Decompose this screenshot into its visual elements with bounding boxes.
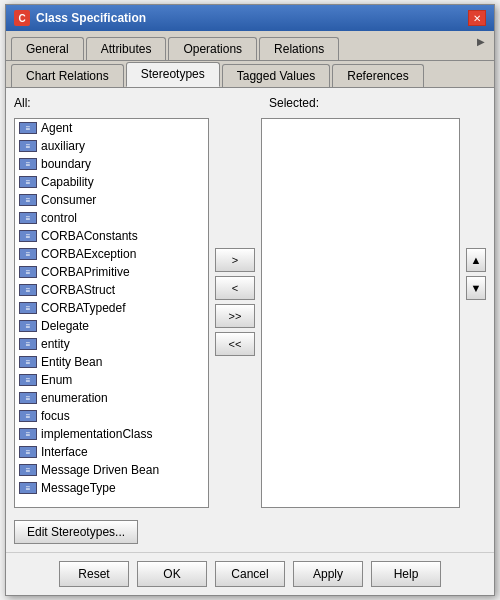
selected-list[interactable] (261, 118, 460, 508)
edit-stereotypes-button[interactable]: Edit Stereotypes... (14, 520, 138, 544)
item-icon: ≡ (19, 212, 37, 224)
move-left-button[interactable]: < (215, 276, 255, 300)
item-icon: ≡ (19, 194, 37, 206)
item-icon: ≡ (19, 284, 37, 296)
list-item[interactable]: ≡ Message Driven Bean (15, 461, 208, 479)
list-item[interactable]: ≡ Consumer (15, 191, 208, 209)
item-icon: ≡ (19, 392, 37, 404)
item-icon: ≡ (19, 320, 37, 332)
content-area: All: Selected: ≡ Agent ≡ auxiliary ≡ (6, 88, 494, 552)
tab-scroll-arrow[interactable]: ▶ (473, 34, 489, 60)
list-item[interactable]: ≡ CORBAStruct (15, 281, 208, 299)
ok-button[interactable]: OK (137, 561, 207, 587)
item-icon: ≡ (19, 140, 37, 152)
item-icon: ≡ (19, 176, 37, 188)
tabs-row1: General Attributes Operations Relations … (6, 31, 494, 61)
help-button[interactable]: Help (371, 561, 441, 587)
all-label: All: (14, 96, 209, 110)
item-icon: ≡ (19, 356, 37, 368)
list-item[interactable]: ≡ Entity Bean (15, 353, 208, 371)
list-item[interactable]: ≡ enumeration (15, 389, 208, 407)
list-item[interactable]: ≡ Delegate (15, 317, 208, 335)
up-down-buttons-col: ▲ ▼ (466, 118, 486, 300)
panels-row: ≡ Agent ≡ auxiliary ≡ boundary ≡ Capabil… (14, 118, 486, 508)
tab-chart-relations[interactable]: Chart Relations (11, 64, 124, 87)
tabs-row2: Chart Relations Stereotypes Tagged Value… (6, 61, 494, 88)
item-icon: ≡ (19, 446, 37, 458)
item-icon: ≡ (19, 248, 37, 260)
item-icon: ≡ (19, 266, 37, 278)
list-item[interactable]: ≡ control (15, 209, 208, 227)
transfer-buttons-col: > < >> << (215, 118, 255, 356)
move-down-button[interactable]: ▼ (466, 276, 486, 300)
item-icon: ≡ (19, 302, 37, 314)
class-specification-window: C Class Specification ✕ General Attribut… (5, 4, 495, 596)
list-item[interactable]: ≡ CORBAPrimitive (15, 263, 208, 281)
close-button[interactable]: ✕ (468, 10, 486, 26)
selected-label: Selected: (269, 96, 486, 110)
item-icon: ≡ (19, 410, 37, 422)
titlebar: C Class Specification ✕ (6, 5, 494, 31)
item-icon: ≡ (19, 158, 37, 170)
move-up-button[interactable]: ▲ (466, 248, 486, 272)
item-icon: ≡ (19, 122, 37, 134)
item-icon: ≡ (19, 482, 37, 494)
list-item[interactable]: ≡ focus (15, 407, 208, 425)
item-icon: ≡ (19, 428, 37, 440)
move-all-left-button[interactable]: << (215, 332, 255, 356)
list-item[interactable]: ≡ CORBAConstants (15, 227, 208, 245)
window-title: Class Specification (36, 11, 146, 25)
list-item[interactable]: ≡ Agent (15, 119, 208, 137)
tab-attributes[interactable]: Attributes (86, 37, 167, 60)
reset-button[interactable]: Reset (59, 561, 129, 587)
tab-operations[interactable]: Operations (168, 37, 257, 60)
list-item[interactable]: ≡ CORBAException (15, 245, 208, 263)
list-item[interactable]: ≡ implementationClass (15, 425, 208, 443)
item-icon: ≡ (19, 464, 37, 476)
tab-tagged-values[interactable]: Tagged Values (222, 64, 331, 87)
list-item[interactable]: ≡ Enum (15, 371, 208, 389)
window-icon: C (14, 10, 30, 26)
tab-stereotypes[interactable]: Stereotypes (126, 62, 220, 87)
item-icon: ≡ (19, 374, 37, 386)
list-item[interactable]: ≡ MessageType (15, 479, 208, 497)
list-item[interactable]: ≡ Capability (15, 173, 208, 191)
all-list[interactable]: ≡ Agent ≡ auxiliary ≡ boundary ≡ Capabil… (14, 118, 209, 508)
list-item[interactable]: ≡ auxiliary (15, 137, 208, 155)
list-item[interactable]: ≡ Interface (15, 443, 208, 461)
list-item[interactable]: ≡ entity (15, 335, 208, 353)
move-all-right-button[interactable]: >> (215, 304, 255, 328)
tab-general[interactable]: General (11, 37, 84, 60)
apply-button[interactable]: Apply (293, 561, 363, 587)
list-item[interactable]: ≡ boundary (15, 155, 208, 173)
tab-references[interactable]: References (332, 64, 423, 87)
item-icon: ≡ (19, 230, 37, 242)
list-item[interactable]: ≡ CORBATypedef (15, 299, 208, 317)
item-icon: ≡ (19, 338, 37, 350)
bottom-buttons: Reset OK Cancel Apply Help (6, 552, 494, 595)
move-right-button[interactable]: > (215, 248, 255, 272)
tab-relations[interactable]: Relations (259, 37, 339, 60)
cancel-button[interactable]: Cancel (215, 561, 285, 587)
